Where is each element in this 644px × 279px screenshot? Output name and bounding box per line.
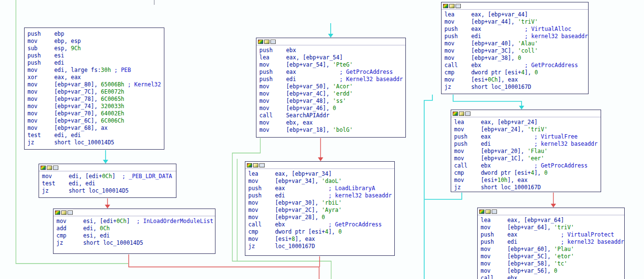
asm-line[interactable]: mov [ebp+var_56], 0 bbox=[481, 267, 624, 275]
asm-line[interactable]: push eax ; VirtualProtect bbox=[481, 231, 624, 238]
asm-line[interactable]: xor eax, eax bbox=[27, 74, 164, 81]
asm-line[interactable]: push edi bbox=[27, 59, 164, 67]
asm-line[interactable]: lea eax, [ebp+var_54] bbox=[259, 54, 405, 61]
node-color-icon[interactable] bbox=[453, 112, 458, 116]
asm-line[interactable]: jz short loc_1000167D bbox=[444, 84, 588, 91]
asm-line[interactable]: mov [esi+10h], eax bbox=[454, 177, 601, 184]
edit-comment-icon[interactable] bbox=[449, 4, 455, 8]
basic-block-entry[interactable]: push ebpmov ebp, espsub esp, 9Chpush esi… bbox=[24, 28, 164, 150]
asm-line[interactable]: push edi ; Kernel32 baseaddr bbox=[259, 76, 405, 83]
asm-line[interactable]: sub esp, 9Ch bbox=[27, 45, 164, 52]
edit-comment-icon[interactable] bbox=[47, 166, 52, 170]
asm-line[interactable]: push edi ; kernel32 baseaddr bbox=[481, 238, 624, 246]
edit-comment-icon[interactable] bbox=[264, 40, 269, 44]
copy-text-icon[interactable] bbox=[259, 163, 265, 167]
asm-line[interactable]: mov [ebp+var_20], 'Flau' bbox=[454, 148, 601, 155]
asm-line[interactable]: mov edi, large fs:30h ; PEB bbox=[27, 67, 164, 74]
edit-comment-icon[interactable] bbox=[459, 112, 464, 116]
copy-text-icon[interactable] bbox=[67, 210, 73, 215]
edit-comment-icon[interactable] bbox=[253, 163, 258, 167]
asm-line[interactable]: cmp esi, edi bbox=[56, 232, 215, 239]
copy-text-icon[interactable] bbox=[492, 209, 497, 214]
asm-line[interactable]: push eax ; VirtualAlloc bbox=[444, 26, 588, 33]
asm-line[interactable]: mov [ebp+var_30], 'rbiL' bbox=[248, 199, 394, 207]
basic-block-loadlibrarya[interactable]: lea eax, [ebp+var_34]mov [ebp+var_34], '… bbox=[245, 161, 395, 256]
asm-line[interactable]: mov [ebp+var_34], 'daoL' bbox=[248, 178, 394, 185]
asm-line[interactable]: mov [ebp+var_7C], 6E0072h bbox=[27, 88, 164, 96]
copy-text-icon[interactable] bbox=[270, 40, 276, 44]
asm-line[interactable]: mov ebx, eax bbox=[259, 119, 405, 126]
asm-line[interactable]: mov [ebp+var_80], 65006Bh ; Kernel32 bbox=[27, 81, 164, 88]
asm-line[interactable]: jz loc_1000167D bbox=[248, 243, 394, 250]
asm-line[interactable]: mov [ebp+var_24], 'triV' bbox=[454, 126, 601, 133]
asm-line[interactable]: mov [ebp+var_5C], 'etor' bbox=[481, 253, 624, 260]
asm-line[interactable]: lea eax, [ebp+var_34] bbox=[248, 170, 394, 178]
asm-line[interactable]: push ebp bbox=[27, 30, 164, 38]
asm-line[interactable]: mov [ebp+var_78], 6C0065h bbox=[27, 96, 164, 103]
asm-line[interactable]: lea eax, [ebp+var_64] bbox=[481, 217, 624, 224]
asm-line[interactable]: mov [ebp+var_54], 'PteG' bbox=[259, 61, 405, 69]
asm-line[interactable]: mov [esi+0Ch], eax bbox=[444, 76, 588, 84]
edit-comment-icon[interactable] bbox=[61, 210, 67, 215]
asm-line[interactable]: mov [ebp+var_58], 'tc' bbox=[481, 260, 624, 267]
asm-line[interactable]: mov [ebp+var_38], 0 bbox=[444, 55, 588, 62]
copy-text-icon[interactable] bbox=[456, 4, 461, 8]
node-color-icon[interactable] bbox=[443, 4, 448, 8]
node-color-icon[interactable] bbox=[40, 166, 46, 170]
asm-line[interactable]: test edi, edi bbox=[27, 132, 164, 139]
node-color-icon[interactable] bbox=[55, 210, 60, 215]
asm-line[interactable]: call SearchAPIAddr bbox=[259, 112, 405, 119]
asm-line[interactable]: push edi ; kernel32 baseaddr bbox=[444, 33, 588, 40]
asm-line[interactable]: lea eax, [ebp+var_24] bbox=[454, 119, 601, 126]
asm-line[interactable]: call ebx ; GetProcAddress bbox=[454, 162, 601, 169]
asm-line[interactable]: call ebx bbox=[481, 275, 624, 279]
asm-line[interactable]: mov esi, [edi+0Ch] ; InLoadOrderModuleLi… bbox=[56, 218, 215, 225]
asm-line[interactable]: jz short loc_1000167D bbox=[454, 184, 601, 191]
asm-line[interactable]: test edi, edi bbox=[42, 180, 176, 187]
asm-line[interactable]: push edi ; kernel32 baseaddr bbox=[248, 192, 394, 199]
asm-line[interactable]: mov edi, [edi+0Ch] ; _PEB_LDR_DATA bbox=[42, 173, 176, 180]
asm-line[interactable]: mov [ebp+var_46], 0 bbox=[259, 105, 405, 112]
copy-text-icon[interactable] bbox=[53, 166, 58, 170]
node-color-icon[interactable] bbox=[258, 40, 263, 44]
basic-block-peb-ldr-data[interactable]: mov edi, [edi+0Ch] ; _PEB_LDR_DATAtest e… bbox=[39, 164, 176, 198]
asm-line[interactable]: add edi, 0Ch bbox=[56, 225, 215, 232]
node-color-icon[interactable] bbox=[247, 163, 252, 167]
asm-line[interactable]: push esi bbox=[27, 52, 164, 59]
asm-line[interactable]: mov [ebp+var_40], 'Alau' bbox=[444, 40, 588, 47]
asm-line[interactable]: mov [ebp+var_68], ax bbox=[27, 125, 164, 132]
asm-line[interactable]: mov [ebp+var_60], 'Plau' bbox=[481, 246, 624, 253]
asm-line[interactable]: mov ebp, esp bbox=[27, 38, 164, 45]
asm-line[interactable]: mov [ebp+var_1C], 'eer' bbox=[454, 155, 601, 162]
asm-line[interactable]: jz short loc_100014D5 bbox=[56, 239, 215, 247]
asm-line[interactable]: mov [ebp+var_6C], 6C006Ch bbox=[27, 117, 164, 125]
asm-line[interactable]: push edi ; kernel32 baseaddr bbox=[454, 140, 601, 148]
asm-line[interactable]: jz short loc_100014D5 bbox=[42, 187, 176, 195]
asm-line[interactable]: jz short loc_100014D5 bbox=[27, 139, 164, 146]
asm-line[interactable]: push eax ; VirtualFree bbox=[454, 133, 601, 140]
asm-line[interactable]: call ebx ; GetProcAddress bbox=[444, 62, 588, 69]
edit-comment-icon[interactable] bbox=[485, 209, 491, 214]
asm-line[interactable]: push eax ; GetProcAddress bbox=[259, 69, 405, 76]
asm-line[interactable]: mov [ebp+var_18], 'bolG' bbox=[259, 126, 405, 134]
node-color-icon[interactable] bbox=[479, 209, 484, 214]
asm-line[interactable]: mov [ebp+var_74], 320033h bbox=[27, 103, 164, 110]
asm-line[interactable]: push ebx bbox=[259, 47, 405, 54]
asm-line[interactable]: mov [ebp+var_70], 64002Eh bbox=[27, 110, 164, 117]
asm-line[interactable]: push eax ; LoadLibraryA bbox=[248, 185, 394, 192]
asm-line[interactable]: mov [ebp+var_3C], 'coll' bbox=[444, 47, 588, 55]
asm-line[interactable]: lea eax, [ebp+var_44] bbox=[444, 11, 588, 18]
asm-line[interactable]: mov [ebp+var_4C], 'erdd' bbox=[259, 90, 405, 98]
asm-line[interactable]: mov [ebp+var_64], 'triV' bbox=[481, 224, 624, 231]
basic-block-virtualfree[interactable]: lea eax, [ebp+var_24]mov [ebp+var_24], '… bbox=[451, 110, 601, 192]
asm-line[interactable]: mov [ebp+var_50], 'Acor' bbox=[259, 83, 405, 90]
asm-line[interactable]: mov [ebp+var_44], 'triV' bbox=[444, 18, 588, 26]
asm-line[interactable]: mov [ebp+var_28], 0 bbox=[248, 214, 394, 221]
basic-block-module-list[interactable]: mov esi, [edi+0Ch] ; InLoadOrderModuleLi… bbox=[53, 209, 215, 254]
basic-block-virtualprotect[interactable]: lea eax, [ebp+var_64]mov [ebp+var_64], '… bbox=[477, 208, 625, 279]
asm-line[interactable]: cmp dword ptr [esi+4], 0 bbox=[444, 69, 588, 76]
asm-line[interactable]: cmp dword ptr [esi+4], 0 bbox=[248, 228, 394, 236]
asm-line[interactable]: mov [esi+8], eax bbox=[248, 236, 394, 243]
asm-line[interactable]: mov [ebp+var_2C], 'Ayra' bbox=[248, 207, 394, 214]
asm-line[interactable]: cmp dword ptr [esi+4], 0 bbox=[454, 169, 601, 177]
